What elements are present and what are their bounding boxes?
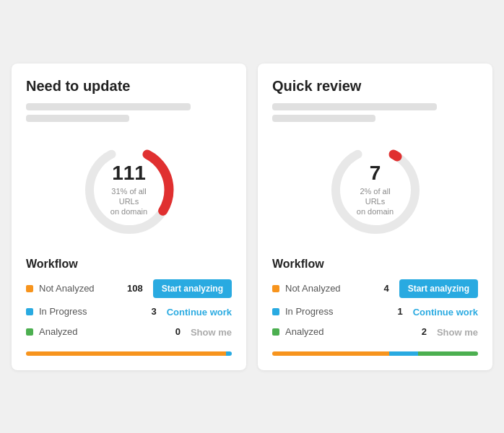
dot-blue-icon xyxy=(272,308,279,315)
card-1-start-analyzing-button[interactable]: Start analyzing xyxy=(399,279,478,298)
card-1-donut-wrapper: 7 2% of all URLson domain xyxy=(272,139,478,240)
card-0-title: Need to update xyxy=(26,78,232,95)
dot-green-icon xyxy=(26,328,33,336)
card-1-continue-work-button[interactable]: Continue work xyxy=(413,307,478,318)
card-1-row-1-label: In Progress xyxy=(285,306,380,317)
card-0-progress-bar xyxy=(26,351,232,356)
skeleton-line-1 xyxy=(272,103,437,110)
skeleton-line-2 xyxy=(272,115,375,122)
card-1-row-2: Analyzed2Show me xyxy=(272,325,478,338)
dot-orange-icon xyxy=(272,285,279,292)
card-1-show-me-button[interactable]: Show me xyxy=(437,327,478,338)
card-0-start-analyzing-button[interactable]: Start analyzing xyxy=(153,279,232,298)
card-1-progress-bar xyxy=(272,351,478,356)
card-0: Need to update 111 31% of all URLson dom… xyxy=(12,64,246,370)
card-0-row-0-label: Not Analyzed xyxy=(39,283,120,294)
card-1-title: Quick review xyxy=(272,78,478,95)
card-1-row-1: In Progress1Continue work xyxy=(272,305,478,318)
card-0-donut-wrapper: 111 31% of all URLson domain xyxy=(26,139,232,240)
card-1-donut: 7 2% of all URLson domain xyxy=(325,139,426,240)
dot-green-icon xyxy=(272,328,279,336)
card-0-row-1-label: In Progress xyxy=(39,306,134,317)
card-0-show-me-button[interactable]: Show me xyxy=(191,327,232,338)
dot-orange-icon xyxy=(26,285,33,292)
card-0-row-2-label: Analyzed xyxy=(39,326,157,337)
card-0-row-1-count: 3 xyxy=(139,306,157,317)
card-0-workflow-title: Workflow xyxy=(26,258,232,271)
dot-blue-icon xyxy=(26,308,33,315)
card-0-row-1: In Progress3Continue work xyxy=(26,305,232,318)
skeleton-line-1 xyxy=(26,103,191,110)
card-1-row-0-label: Not Analyzed xyxy=(285,283,366,294)
card-1-row-2-count: 2 xyxy=(409,326,427,337)
progress-segment-blue xyxy=(389,351,418,356)
card-0-count: 111 xyxy=(104,162,155,183)
card-1-row-1-count: 1 xyxy=(386,306,403,317)
card-1-row-0-count: 4 xyxy=(372,283,389,294)
progress-segment-green xyxy=(418,351,478,356)
card-0-row-0: Not Analyzed108Start analyzing xyxy=(26,279,232,298)
skeleton-line-2 xyxy=(26,115,129,122)
card-1-count: 7 xyxy=(350,162,401,183)
card-0-row-2-count: 0 xyxy=(163,326,181,337)
card-1-pct-label: 2% of all URLson domain xyxy=(350,185,401,216)
card-1-workflow-rows: Not Analyzed4Start analyzingIn Progress1… xyxy=(272,279,478,338)
main-container: Need to update 111 31% of all URLson dom… xyxy=(0,52,504,382)
progress-segment-orange xyxy=(26,351,226,356)
progress-segment-blue xyxy=(226,351,232,356)
card-1-row-0: Not Analyzed4Start analyzing xyxy=(272,279,478,298)
card-1-workflow-title: Workflow xyxy=(272,258,478,271)
card-0-skeleton xyxy=(26,103,232,122)
card-0-donut: 111 31% of all URLson domain xyxy=(79,139,180,240)
card-1-skeleton xyxy=(272,103,478,122)
card-0-continue-work-button[interactable]: Continue work xyxy=(167,307,232,318)
card-0-pct-label: 31% of all URLson domain xyxy=(104,185,155,216)
card-0-workflow-rows: Not Analyzed108Start analyzingIn Progres… xyxy=(26,279,232,338)
card-0-row-2: Analyzed0Show me xyxy=(26,325,232,338)
card-0-row-0-count: 108 xyxy=(126,283,143,294)
card-1: Quick review 7 2% of all URLson domain W… xyxy=(258,64,492,370)
card-1-row-2-label: Analyzed xyxy=(285,326,404,337)
progress-segment-orange xyxy=(272,351,389,356)
